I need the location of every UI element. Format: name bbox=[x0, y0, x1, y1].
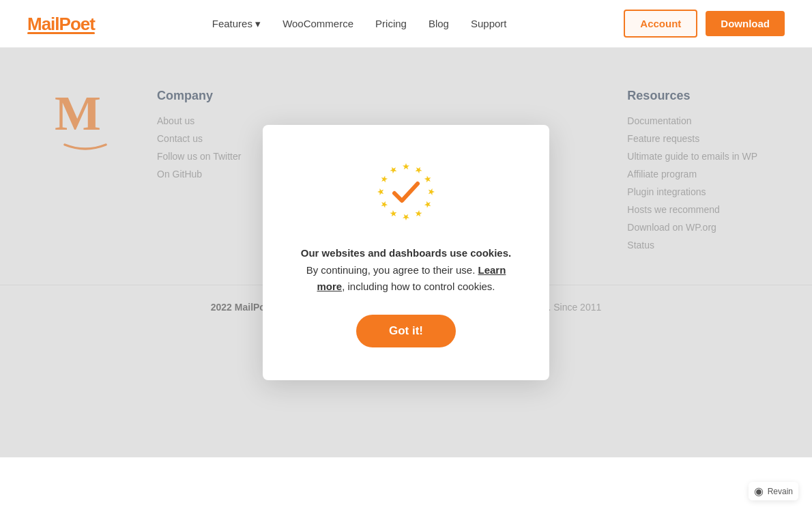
nav-support[interactable]: Support bbox=[471, 18, 507, 29]
main-nav: Features ▾ WooCommerce Pricing Blog Supp… bbox=[212, 18, 507, 30]
svg-marker-12 bbox=[389, 165, 398, 174]
cookie-main-message: Our websites and dashboards use cookies. bbox=[301, 247, 511, 259]
account-button[interactable]: Account bbox=[624, 10, 697, 38]
svg-marker-1 bbox=[403, 163, 409, 169]
cookie-modal: Our websites and dashboards use cookies.… bbox=[263, 125, 549, 380]
header-actions: Account Download bbox=[624, 10, 785, 38]
cookie-secondary-message: By continuing, you agree to their use. bbox=[306, 264, 476, 276]
svg-marker-10 bbox=[377, 188, 383, 195]
svg-marker-8 bbox=[389, 210, 398, 218]
svg-marker-9 bbox=[379, 200, 388, 209]
logo-text: MailPoet bbox=[27, 14, 95, 34]
cookie-including-text: , including how to control cookies. bbox=[342, 281, 495, 292]
svg-marker-11 bbox=[379, 175, 388, 184]
nav-pricing[interactable]: Pricing bbox=[375, 18, 407, 29]
main-content: M Company About us Contact us Follow us … bbox=[0, 48, 812, 457]
modal-backdrop: Our websites and dashboards use cookies.… bbox=[0, 48, 812, 457]
svg-marker-2 bbox=[414, 165, 423, 174]
svg-marker-5 bbox=[424, 200, 433, 209]
logo-link[interactable]: MailPoet bbox=[27, 14, 95, 34]
nav-blog[interactable]: Blog bbox=[429, 18, 449, 29]
cookie-modal-text: Our websites and dashboards use cookies.… bbox=[298, 245, 514, 296]
cookie-icon bbox=[372, 158, 440, 226]
site-header: MailPoet Features ▾ WooCommerce Pricing … bbox=[0, 0, 812, 48]
cookie-icon-svg bbox=[372, 158, 440, 226]
got-it-button[interactable]: Got it! bbox=[356, 315, 456, 347]
nav-woocommerce[interactable]: WooCommerce bbox=[282, 18, 353, 29]
svg-marker-6 bbox=[414, 210, 423, 218]
svg-marker-4 bbox=[429, 188, 435, 195]
svg-marker-3 bbox=[424, 175, 433, 184]
nav-features[interactable]: Features ▾ bbox=[212, 18, 261, 30]
download-button[interactable]: Download bbox=[706, 11, 785, 36]
svg-marker-7 bbox=[403, 214, 409, 220]
